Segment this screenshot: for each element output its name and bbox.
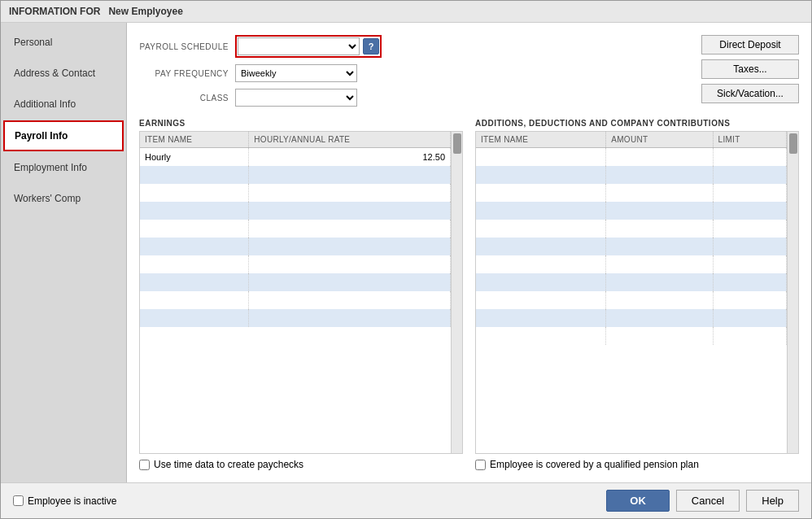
ok-button[interactable]: OK [606, 490, 670, 512]
earnings-scrollbar[interactable] [451, 132, 462, 453]
employee-inactive-wrapper: Employee is inactive [13, 495, 116, 507]
deductions-title: ADDITIONS, DEDUCTIONS AND COMPANY CONTRI… [475, 119, 799, 128]
table-row: Hourly 12.50 [140, 148, 451, 167]
payroll-schedule-wrapper: ? [235, 35, 382, 58]
sidebar-item-employment-info[interactable]: Employment Info [3, 153, 124, 182]
employee-inactive-checkbox[interactable] [13, 495, 24, 506]
dialog-body: Personal Address & Contact Additional In… [1, 23, 811, 482]
top-controls: PAYROLL SCHEDULE ? PAY FREQUENCY [139, 35, 799, 107]
deductions-scrollbar-thumb[interactable] [789, 133, 797, 154]
deductions-col-amount: AMOUNT [606, 132, 713, 148]
earnings-footer: Use time data to create paychecks [139, 459, 463, 470]
use-time-data-label: Use time data to create paychecks [154, 459, 303, 470]
bottom-right: OK Cancel Help [606, 490, 799, 512]
deductions-col-limit: LIMIT [713, 132, 786, 148]
payroll-schedule-select[interactable] [238, 37, 360, 55]
class-label: CLASS [139, 94, 229, 102]
table-row [140, 184, 451, 202]
dialog-title: INFORMATION FOR New Emplyoyee [1, 1, 811, 23]
table-row [140, 238, 451, 255]
earnings-scroll-area: ITEM NAME HOURLY/ANNUAL RATE Hourly 12.5… [140, 132, 451, 453]
sidebar-item-workers-comp[interactable]: Workers' Comp [3, 184, 124, 213]
payroll-schedule-label: PAYROLL SCHEDULE [139, 42, 229, 51]
deductions-table-container: ITEM NAME AMOUNT LIMIT [475, 131, 799, 454]
use-time-data-checkbox[interactable] [139, 460, 150, 470]
deductions-scroll-area: ITEM NAME AMOUNT LIMIT [476, 132, 787, 453]
table-row [476, 255, 787, 273]
deductions-scrollbar[interactable] [787, 132, 798, 453]
left-controls: PAYROLL SCHEDULE ? PAY FREQUENCY [139, 35, 382, 107]
table-row [476, 291, 787, 309]
earnings-table-container: ITEM NAME HOURLY/ANNUAL RATE Hourly 12.5… [139, 131, 463, 454]
table-row [140, 273, 451, 291]
earnings-title: EARNINGS [139, 119, 463, 128]
table-row [140, 220, 451, 238]
sidebar-item-personal[interactable]: Personal [3, 28, 124, 57]
sidebar-item-payroll-info[interactable]: Payroll Info [3, 120, 124, 151]
pension-plan-label: Employee is covered by a qualified pensi… [490, 459, 699, 470]
sick-vacation-button[interactable]: Sick/Vacation... [701, 84, 799, 103]
employee-inactive-label: Employee is inactive [28, 495, 116, 507]
direct-deposit-button[interactable]: Direct Deposit [701, 35, 799, 55]
bottom-bar: Employee is inactive OK Cancel Help [1, 482, 811, 518]
earnings-col-rate: HOURLY/ANNUAL RATE [249, 132, 451, 148]
help-button[interactable]: Help [746, 490, 799, 512]
tables-section: EARNINGS ITEM NAME HOURLY/ANNUAL RATE [139, 119, 799, 470]
earnings-item-rate: 12.50 [249, 148, 451, 167]
deductions-footer: Employee is covered by a qualified pensi… [475, 459, 799, 470]
main-content: PAYROLL SCHEDULE ? PAY FREQUENCY [127, 23, 811, 482]
right-controls: Direct Deposit Taxes... Sick/Vacation... [701, 35, 799, 103]
payroll-schedule-help-icon[interactable]: ? [363, 38, 379, 55]
sidebar-item-address-contact[interactable]: Address & Contact [3, 59, 124, 88]
pay-frequency-row: PAY FREQUENCY Biweekly Weekly Monthly Se… [139, 64, 382, 82]
table-row [140, 255, 451, 273]
pay-frequency-label: PAY FREQUENCY [139, 69, 229, 78]
table-row [476, 148, 787, 166]
table-row [476, 184, 787, 202]
table-row [476, 327, 787, 345]
title-prefix: INFORMATION FOR [9, 6, 100, 17]
table-row [476, 202, 787, 220]
class-select[interactable] [235, 89, 357, 107]
table-row [476, 273, 787, 291]
pay-frequency-select[interactable]: Biweekly Weekly Monthly Semi-Monthly [235, 64, 357, 82]
pension-plan-wrapper: Employee is covered by a qualified pensi… [475, 459, 699, 470]
table-row [140, 166, 451, 184]
table-row [140, 202, 451, 220]
employee-name: New Emplyoyee [108, 6, 182, 17]
deductions-table: ITEM NAME AMOUNT LIMIT [476, 132, 787, 345]
class-row: CLASS [139, 89, 382, 107]
table-row [140, 309, 451, 327]
table-row [476, 166, 787, 184]
main-dialog: INFORMATION FOR New Emplyoyee Personal A… [0, 0, 812, 519]
table-row [476, 309, 787, 327]
cancel-button[interactable]: Cancel [676, 490, 740, 512]
earnings-table: ITEM NAME HOURLY/ANNUAL RATE Hourly 12.5… [140, 132, 451, 327]
earnings-col-item: ITEM NAME [140, 132, 249, 148]
table-row [476, 220, 787, 238]
deductions-col-item: ITEM NAME [476, 132, 606, 148]
earnings-panel: EARNINGS ITEM NAME HOURLY/ANNUAL RATE [139, 119, 463, 470]
taxes-button[interactable]: Taxes... [701, 59, 799, 79]
table-row [476, 238, 787, 255]
table-row [140, 291, 451, 309]
bottom-left: Employee is inactive [13, 495, 116, 507]
payroll-schedule-row: PAYROLL SCHEDULE ? [139, 35, 382, 58]
deductions-panel: ADDITIONS, DEDUCTIONS AND COMPANY CONTRI… [475, 119, 799, 470]
use-time-data-wrapper: Use time data to create paychecks [139, 459, 303, 470]
earnings-scrollbar-thumb[interactable] [453, 133, 461, 154]
pension-plan-checkbox[interactable] [475, 460, 486, 470]
sidebar-item-additional-info[interactable]: Additional Info [3, 89, 124, 119]
earnings-item-name: Hourly [140, 148, 249, 167]
sidebar: Personal Address & Contact Additional In… [1, 23, 127, 482]
